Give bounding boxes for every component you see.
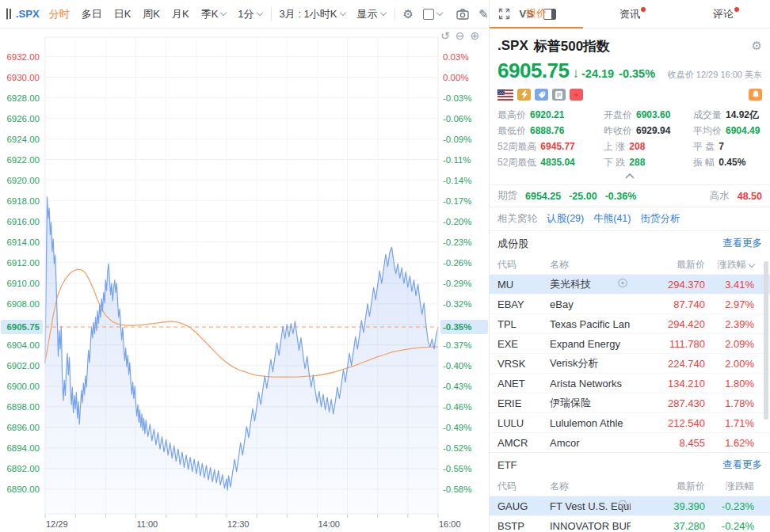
y-axis-pct-label: -0.11%: [443, 155, 471, 165]
chart-canvas[interactable]: 6932.000.03%6930.000.00%6928.00-0.03%692…: [0, 28, 489, 532]
x-axis-label: 11:00: [137, 519, 158, 529]
draw-pencil-icon[interactable]: ✎: [478, 7, 489, 21]
us-flag-icon: [497, 89, 513, 101]
column-header-change[interactable]: 涨跌幅: [705, 258, 770, 272]
toolbar-item-timeline[interactable]: 分时: [49, 7, 70, 21]
stat-cell: 最高价6920.21: [497, 108, 604, 122]
components-table-header: 代码名称最新价涨跌幅: [490, 256, 770, 274]
favorite-heart-badge-icon[interactable]: ♥: [570, 89, 583, 101]
components-header: 成份股查看更多: [490, 230, 770, 256]
toolbar-item-display[interactable]: 显示: [357, 7, 386, 21]
toolbar-item-quarter-k[interactable]: 季K: [201, 7, 227, 21]
table-row-EBAY[interactable]: EBAYeBay87.7402.97%: [490, 294, 770, 314]
window-layout-icon-pane: [10, 9, 11, 19]
price-change: -24.19: [581, 67, 614, 80]
components-view-more-link[interactable]: 查看更多: [722, 237, 762, 250]
screenshot-camera-icon[interactable]: [456, 9, 469, 20]
chart-zoom-in-icon[interactable]: ⊕: [470, 29, 479, 42]
y-axis-pct-label: -0.23%: [443, 238, 471, 247]
y-axis-pct-label: -0.49%: [443, 423, 471, 432]
chart-zoom-out-icon[interactable]: ⊖: [456, 29, 465, 42]
cell-name: 伊瑞保险: [550, 396, 631, 410]
panel-scrollbar[interactable]: [764, 261, 768, 420]
window-layout-icon[interactable]: [6, 8, 8, 20]
toolbar-item-week-k[interactable]: 周K: [143, 7, 160, 21]
tab-quotes[interactable]: 报价: [490, 0, 583, 28]
y-axis-price-label: 6932.00: [6, 52, 40, 62]
quote-settings-gear-icon[interactable]: ⚙: [752, 39, 762, 53]
table-row-VRSK[interactable]: VRSKVerisk分析224.7402.00%: [490, 353, 770, 373]
cell-last-price: 134.210: [631, 378, 705, 390]
toolbar-item-multi-day[interactable]: 多日: [82, 7, 102, 21]
stat-value: 6903.60: [636, 109, 670, 120]
table-row-BSTP[interactable]: BSTPINNOVATOR BUFF37.280-0.24%: [490, 515, 770, 532]
note-badge-icon[interactable]: [552, 89, 566, 101]
stat-value: 6920.21: [530, 109, 564, 120]
futures-row[interactable]: 期货 6954.25 -25.00 -0.36% 高水 48.50: [490, 184, 770, 207]
etf-view-more-link[interactable]: 查看更多: [722, 458, 762, 472]
watching-indicator[interactable]: [617, 500, 628, 512]
toolbar-modes: 分时多日日K周K月K季K1分3月 : 1小时K显示: [49, 7, 403, 21]
flash-badge-icon[interactable]: [517, 89, 531, 101]
quote-name: 标普500指数: [534, 37, 752, 55]
cell-last-price: 39.390: [631, 500, 705, 512]
stat-cell: 开盘价6903.60: [604, 108, 693, 122]
y-axis-price-label: 6896.00: [6, 423, 40, 432]
y-axis-price-label: 6900.00: [6, 382, 40, 391]
tab-comments[interactable]: 评论: [677, 0, 770, 28]
warrant-link-2[interactable]: 街货分析: [640, 213, 680, 224]
cell-change-pct: 2.39%: [705, 318, 770, 330]
toolbar-symbol[interactable]: .SPX: [16, 8, 40, 20]
table-row-ERIE[interactable]: ERIE伊瑞保险287.4301.78%: [490, 393, 770, 412]
toolbar-item-one-min[interactable]: 1分: [238, 7, 261, 21]
quote-price-row: 6905.75 ↓ -24.19 -0.35% 收盘价 12/29 16:00 …: [497, 59, 762, 82]
stat-value: 0.45%: [719, 157, 745, 168]
cell-name: 美光科技: [550, 277, 631, 291]
stat-value: 6929.94: [636, 125, 670, 136]
main-content: 6932.000.03%6930.000.00%6928.00-0.03%692…: [0, 28, 770, 532]
column-header-code: 代码: [497, 480, 550, 493]
stat-label: 成交量: [693, 108, 722, 122]
y-axis-price-label: 6902.00: [6, 361, 40, 370]
stat-label: 52周最低: [497, 156, 536, 169]
toolbar-item-month-k[interactable]: 月K: [172, 7, 189, 21]
table-row-MU[interactable]: MU美光科技294.3703.41%: [490, 274, 770, 294]
cell-change-pct: 1.80%: [705, 378, 770, 390]
cell-name: Arista Networks: [550, 378, 631, 390]
y-axis-price-label: 6890.00: [6, 484, 40, 494]
table-row-GAUG[interactable]: GAUGFT Vest U.S. Equit39.390-0.23%: [490, 496, 770, 515]
table-row-EXE[interactable]: EXEExpand Energy111.7802.09%: [490, 333, 770, 353]
chart-zoom-controls: ↺⊖⊕: [440, 29, 479, 42]
collapse-stats-chevron[interactable]: [490, 171, 770, 180]
table-row-TPL[interactable]: TPLTexas Pacific Lan294.4202.39%: [490, 314, 770, 333]
y-axis-pct-label: -0.06%: [443, 114, 471, 124]
warrants-row: 相关窝轮 认股(29)牛熊(41)街货分析: [490, 207, 770, 230]
y-axis-pct-label: -0.29%: [443, 279, 471, 288]
stat-value: 6904.49: [726, 125, 760, 136]
alert-bell-icon[interactable]: [749, 89, 762, 101]
components-title: 成份股: [497, 237, 722, 251]
tab-news[interactable]: 资讯: [583, 0, 677, 28]
column-header-change: 涨跌幅: [705, 480, 770, 493]
y-axis-price-label: 6928.00: [6, 93, 40, 103]
etf-section: ETF查看更多代码名称最新价涨跌幅GAUGFT Vest U.S. Equit3…: [490, 452, 770, 532]
stats-row: 52周最高6945.77上 涨208平 盘7: [497, 139, 762, 154]
warrant-link-0[interactable]: 认股(29): [547, 213, 584, 224]
tag-badge-icon[interactable]: [535, 89, 548, 101]
stat-value: 6888.76: [530, 125, 564, 136]
warrant-link-1[interactable]: 牛熊(41): [593, 213, 631, 224]
y-axis-pct-label: 0.03%: [443, 52, 469, 62]
watching-indicator[interactable]: [617, 278, 628, 291]
chart-settings-gear-icon[interactable]: ⚙: [403, 7, 414, 21]
toolbar-item-range[interactable]: 3月 : 1小时K: [280, 7, 345, 21]
table-row-LULU[interactable]: LULULululemon Athle212.5401.71%: [490, 412, 770, 432]
toolbar-item-day-k[interactable]: 日K: [114, 7, 132, 21]
chart-reset-icon[interactable]: ↺: [440, 29, 450, 42]
stat-cell: 振 幅0.45%: [693, 156, 760, 169]
column-header-price: 最新价: [631, 480, 705, 493]
chart-layout-icon[interactable]: [423, 9, 442, 20]
stats-row: 最低价6888.76昨收价6929.94平均价6904.49: [497, 123, 762, 139]
warrants-links: 认股(29)牛熊(41)街货分析: [547, 212, 689, 226]
table-row-AMCR[interactable]: AMCRAmcor8.4551.62%: [490, 432, 770, 452]
table-row-ANET[interactable]: ANETArista Networks134.2101.80%: [490, 373, 770, 393]
